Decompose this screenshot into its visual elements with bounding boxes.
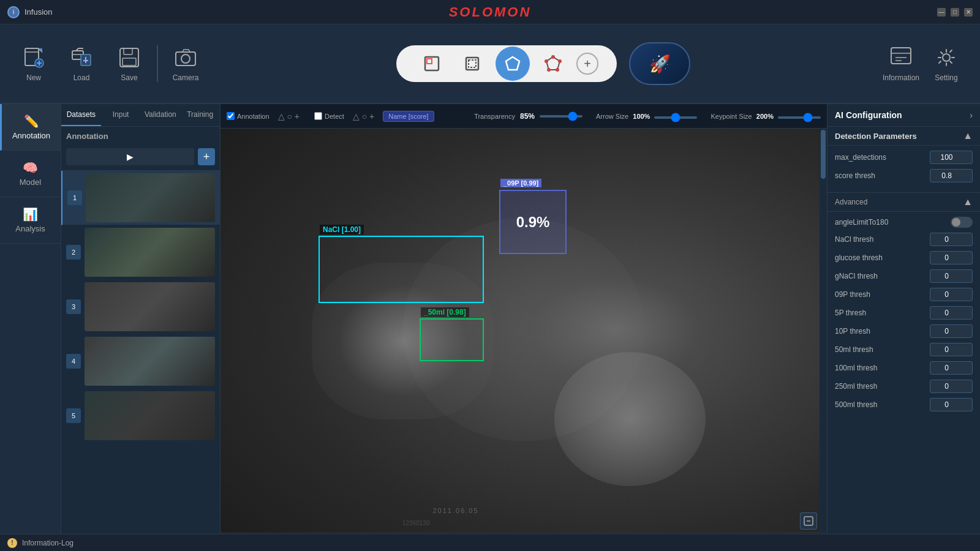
svg-point-26 bbox=[545, 59, 548, 63]
canvas-content: 2011.06.05 12360130 NaCl [1.00] _09P [0.… bbox=[221, 129, 827, 551]
svg-rect-27 bbox=[891, 48, 911, 64]
250ml-thresh-input[interactable] bbox=[930, 380, 973, 393]
detect-toggle[interactable]: Detect bbox=[314, 112, 344, 120]
angle-limit-toggle-track[interactable] bbox=[951, 217, 973, 228]
max-detections-row: max_detections bbox=[835, 151, 973, 164]
play-button[interactable]: ▶ bbox=[66, 148, 194, 165]
arrow-size-value: 100% bbox=[633, 113, 650, 120]
setting-button[interactable]: Setting bbox=[925, 36, 968, 91]
10p-thresh-row: 10P thresh bbox=[835, 324, 973, 338]
add-annotation-button[interactable]: + bbox=[198, 148, 215, 165]
section-collapse-button[interactable]: Detection Parameters ▲ bbox=[827, 127, 980, 146]
transparency-slider[interactable] bbox=[540, 115, 582, 118]
close-button[interactable]: ✕ bbox=[964, 8, 973, 17]
run-button[interactable]: 🚀 bbox=[629, 42, 690, 85]
camera-button[interactable]: Camera bbox=[164, 36, 207, 91]
right-panel: AI Configuration › Detection Parameters … bbox=[827, 104, 980, 551]
glucose-thresh-input[interactable] bbox=[930, 251, 973, 264]
arrow-size-slider[interactable] bbox=[654, 116, 697, 119]
list-item[interactable]: 4 bbox=[61, 334, 220, 389]
tab-validation[interactable]: Validation bbox=[141, 104, 181, 126]
10p-thresh-input[interactable] bbox=[930, 324, 973, 338]
09p-thresh-input[interactable] bbox=[930, 288, 973, 301]
vertical-scrollbar[interactable] bbox=[820, 129, 827, 533]
detect-checkbox[interactable] bbox=[314, 112, 322, 120]
annotation-section-text: Annotation bbox=[66, 132, 108, 141]
500ml-thresh-row: 500ml thresh bbox=[835, 398, 973, 411]
main-layout: ✏️ Annotation 🧠 Model 📊 Analysis Dataset… bbox=[0, 104, 980, 551]
app-icon-letter: i bbox=[13, 9, 14, 15]
advanced-section-label: Advanced bbox=[835, 198, 867, 206]
09p-thresh-row: 09P thresh bbox=[835, 288, 973, 301]
new-icon bbox=[21, 45, 46, 70]
list-item[interactable]: 1 bbox=[61, 171, 220, 225]
save-button[interactable]: Save bbox=[108, 36, 151, 91]
polygon-tool-button[interactable] bbox=[496, 47, 530, 81]
advanced-section-toggle[interactable]: Advanced ▲ bbox=[827, 192, 980, 212]
nacl-thresh-input[interactable] bbox=[930, 233, 973, 246]
tool-tabs: + 🚀 bbox=[207, 42, 880, 85]
svg-marker-21 bbox=[546, 57, 560, 70]
item-number: 5 bbox=[66, 408, 81, 423]
sidebar-analysis-label: Analysis bbox=[15, 224, 45, 233]
gnacl-thresh-input[interactable] bbox=[930, 269, 973, 283]
point-tool-button[interactable] bbox=[536, 47, 570, 81]
dataset-list: 1 2 3 4 bbox=[61, 171, 220, 551]
sidebar-item-model[interactable]: 🧠 Model bbox=[0, 151, 61, 197]
input-label: Input bbox=[113, 110, 129, 119]
tab-training[interactable]: Training bbox=[180, 104, 220, 126]
sidebar-model-label: Model bbox=[20, 178, 41, 187]
maximize-button[interactable]: □ bbox=[951, 8, 959, 17]
annotation-bar: ▶ + bbox=[61, 143, 220, 171]
sidebar-item-analysis[interactable]: 📊 Analysis bbox=[0, 197, 61, 244]
tab-datasets[interactable]: Datasets bbox=[61, 104, 101, 126]
keypoint-label: Keypoint Size bbox=[710, 113, 752, 120]
right-panel-header: AI Configuration › bbox=[827, 104, 980, 127]
toolbar: New Load Save Camera bbox=[0, 24, 980, 104]
app-title: SOLOMON bbox=[449, 4, 532, 20]
list-item[interactable]: 3 bbox=[61, 280, 220, 334]
sidebar-item-annotation[interactable]: ✏️ Annotation bbox=[0, 104, 61, 151]
play-icon: ▶ bbox=[127, 152, 134, 162]
canvas-toolbar: Annotation △ ○ + Detect △ ○ + Name [scor… bbox=[221, 104, 827, 129]
list-item[interactable]: 5 bbox=[61, 389, 220, 443]
scrollbar-thumb[interactable] bbox=[821, 130, 826, 179]
annotation-toggle[interactable]: Annotation bbox=[227, 112, 270, 120]
collapse-panel-button[interactable]: › bbox=[970, 110, 973, 120]
50ml-thresh-input[interactable] bbox=[930, 343, 973, 356]
minimize-button[interactable]: — bbox=[937, 8, 946, 17]
item-thumbnail bbox=[86, 173, 215, 222]
100ml-thresh-input[interactable] bbox=[930, 361, 973, 375]
item-thumbnail bbox=[85, 228, 215, 277]
crop-tool-button[interactable] bbox=[455, 47, 489, 81]
load-button[interactable]: Load bbox=[60, 36, 103, 91]
keypoint-slider[interactable] bbox=[778, 116, 821, 119]
right-panel-title: AI Configuration bbox=[835, 110, 902, 120]
angle-limit-row: angleLimitTo180 bbox=[835, 217, 973, 228]
rect-tool-button[interactable] bbox=[415, 47, 449, 81]
zoom-button[interactable] bbox=[800, 512, 817, 530]
camera-icon bbox=[173, 45, 198, 70]
angle-limit-label: angleLimitTo180 bbox=[835, 218, 951, 227]
left-sidebar: ✏️ Annotation 🧠 Model 📊 Analysis bbox=[0, 104, 61, 551]
annotation-checkbox[interactable] bbox=[227, 112, 235, 120]
add-tool-button[interactable]: + bbox=[576, 53, 598, 75]
detection-params-title: Detection Parameters bbox=[835, 132, 917, 141]
gnacl-thresh-label: gNaCl thresh bbox=[835, 272, 930, 280]
information-button[interactable]: Information bbox=[880, 36, 922, 91]
10p-thresh-label: 10P thresh bbox=[835, 327, 930, 335]
tab-input[interactable]: Input bbox=[101, 104, 141, 126]
score-thresh-input[interactable] bbox=[930, 169, 973, 182]
item-number: 1 bbox=[67, 190, 82, 205]
transparency-control: Transparency 85% bbox=[474, 112, 582, 121]
image-canvas[interactable]: 2011.06.05 12360130 NaCl [1.00] _09P [0.… bbox=[221, 129, 827, 551]
sidebar-annotation-label: Annotation bbox=[12, 131, 50, 140]
list-item[interactable]: 2 bbox=[61, 225, 220, 280]
new-button[interactable]: New bbox=[12, 36, 55, 91]
max-detections-input[interactable] bbox=[930, 151, 973, 164]
500ml-thresh-input[interactable] bbox=[930, 398, 973, 411]
datasets-label: Datasets bbox=[67, 110, 96, 119]
nacl-thresh-label: NaCl thresh bbox=[835, 235, 930, 244]
5p-thresh-input[interactable] bbox=[930, 306, 973, 320]
svg-point-15 bbox=[181, 54, 190, 63]
